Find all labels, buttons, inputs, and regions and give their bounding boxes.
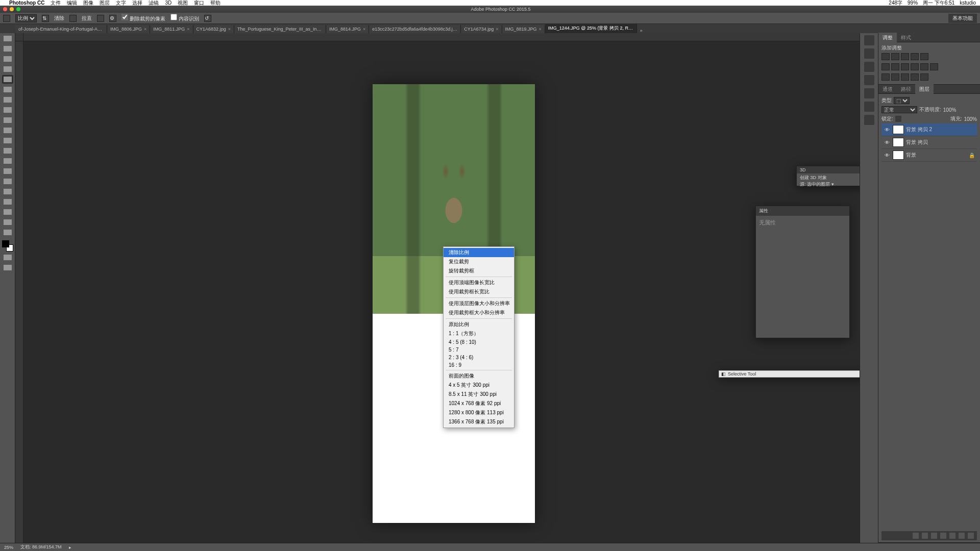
- layer-name[interactable]: 背景 拷贝: [906, 139, 928, 146]
- layer-name[interactable]: 背景 拷贝 2: [906, 126, 932, 133]
- crop-tool[interactable]: [2, 75, 13, 84]
- colorbalance-icon[interactable]: [891, 63, 899, 70]
- visibility-icon[interactable]: 👁: [884, 127, 891, 133]
- menu-view[interactable]: 视图: [178, 0, 188, 7]
- ctx-item[interactable]: 使用裁剪框大小和分辨率: [444, 308, 514, 317]
- panel-3d[interactable]: 3D 创建 3D 对象 源: 选中的图层 ▾: [796, 166, 860, 186]
- doc-tab[interactable]: CY1A6832.jpg×: [193, 25, 234, 33]
- close-icon[interactable]: ×: [539, 27, 542, 32]
- close-icon[interactable]: ×: [144, 27, 146, 32]
- straighten-icon[interactable]: [69, 15, 77, 22]
- ctx-item[interactable]: 8.5 x 11 英寸 300 ppi: [444, 390, 514, 399]
- chevron-right-icon[interactable]: ▸: [69, 545, 71, 550]
- ctx-item[interactable]: 旋转裁剪框: [444, 266, 514, 276]
- swatches-panel-icon[interactable]: [864, 88, 874, 98]
- ctx-item[interactable]: 1 : 1（方形）: [444, 329, 514, 338]
- hue-icon[interactable]: [881, 63, 890, 70]
- content-aware-checkbox[interactable]: 内容识别: [170, 14, 199, 22]
- layer-name[interactable]: 背景: [906, 152, 916, 159]
- menu-filter[interactable]: 滤镜: [149, 0, 159, 7]
- menu-help[interactable]: 帮助: [210, 0, 220, 7]
- ctx-item[interactable]: 2 : 3 (4 : 6): [444, 354, 514, 361]
- ctx-item[interactable]: 16 : 9: [444, 361, 514, 369]
- actions-panel-icon[interactable]: [864, 48, 874, 59]
- layer-thumb[interactable]: [893, 138, 904, 147]
- lasso-tool[interactable]: [2, 55, 13, 63]
- trash-icon[interactable]: [968, 533, 974, 539]
- move-tool[interactable]: [2, 34, 13, 43]
- layer-item[interactable]: 👁 背景 🔒: [881, 149, 977, 162]
- healing-brush-tool[interactable]: [2, 95, 13, 104]
- doc-tab[interactable]: IMG_8814.JPG×: [326, 25, 369, 33]
- workspace-switcher[interactable]: 基本功能: [948, 14, 977, 23]
- ctx-item[interactable]: 使用顶层图像大小和分辨率: [444, 299, 514, 308]
- doc-tab[interactable]: IMG_1244.JPG @ 25% (背景 拷贝 2, RGB/8*) *×: [545, 23, 637, 33]
- doc-tab[interactable]: IMG_8819.JPG×: [502, 25, 545, 33]
- marquee-tool[interactable]: [2, 44, 13, 53]
- brightness-icon[interactable]: [881, 53, 890, 60]
- character-panel-icon[interactable]: [864, 102, 874, 112]
- close-icon[interactable]: ×: [496, 27, 498, 32]
- menu-window[interactable]: 窗口: [194, 0, 204, 7]
- menu-type[interactable]: 文字: [116, 0, 126, 7]
- hand-tool[interactable]: [2, 218, 13, 227]
- menu-select[interactable]: 选择: [132, 0, 142, 7]
- path-select-tool[interactable]: [2, 197, 13, 206]
- ctx-item[interactable]: 1280 x 800 像素 113 ppi: [444, 408, 514, 417]
- layer-item[interactable]: 👁 背景 拷贝 2: [881, 123, 977, 136]
- history-brush-tool[interactable]: [2, 126, 13, 135]
- history-panel-icon[interactable]: [864, 35, 874, 45]
- menu-edit[interactable]: 编辑: [67, 0, 77, 7]
- zoom-tool[interactable]: [2, 228, 13, 237]
- close-icon[interactable]: [3, 7, 7, 11]
- gear-icon[interactable]: ⚙: [109, 15, 116, 22]
- posterize-icon[interactable]: [891, 73, 899, 81]
- close-icon[interactable]: ×: [187, 27, 189, 32]
- opacity-value[interactable]: 100%: [943, 107, 957, 113]
- doc-info[interactable]: 文档: 86.9M/154.7M: [20, 544, 62, 550]
- reset-icon[interactable]: ↺: [204, 15, 211, 22]
- layer-item[interactable]: 👁 背景 拷贝: [881, 136, 977, 149]
- doc-tab[interactable]: IMG_8806.JPG×: [107, 25, 150, 33]
- photofilter-icon[interactable]: [911, 63, 919, 70]
- swap-dim-icon[interactable]: ⇅: [42, 15, 49, 22]
- channelmixer-icon[interactable]: [920, 63, 928, 70]
- fg-bg-colors[interactable]: [2, 240, 13, 252]
- info-panel-icon[interactable]: [864, 62, 874, 72]
- visibility-icon[interactable]: 👁: [884, 153, 891, 158]
- levels-icon[interactable]: [891, 53, 899, 60]
- ratio-preset-select[interactable]: 比例: [15, 14, 37, 22]
- ctx-item[interactable]: 原始比例: [444, 320, 514, 329]
- clone-stamp-tool[interactable]: [2, 116, 13, 124]
- blend-mode-select[interactable]: 正常: [881, 106, 917, 113]
- straighten-label[interactable]: 拉直: [82, 15, 92, 22]
- ctx-item[interactable]: 5 : 7: [444, 346, 514, 354]
- ctx-item[interactable]: 4 x 5 英寸 300 ppi: [444, 381, 514, 390]
- vibrance-icon[interactable]: [920, 53, 928, 60]
- tab-overflow-icon[interactable]: »: [637, 28, 646, 33]
- ctx-item[interactable]: 复位裁剪: [444, 257, 514, 266]
- type-tool[interactable]: [2, 187, 13, 196]
- zoom-value[interactable]: 25%: [4, 545, 13, 550]
- fill-value[interactable]: 100%: [964, 116, 977, 122]
- mask-icon[interactable]: [931, 533, 937, 539]
- screen-mode-icon[interactable]: [2, 263, 13, 272]
- magic-wand-tool[interactable]: [2, 65, 13, 73]
- lookup-icon[interactable]: [930, 63, 938, 70]
- panel-tab[interactable]: 3D: [800, 167, 806, 172]
- crop-tool-icon[interactable]: [3, 15, 10, 22]
- ruler-horizontal[interactable]: [23, 33, 860, 41]
- layer-thumb[interactable]: [893, 125, 904, 134]
- tab-styles[interactable]: 样式: [897, 33, 915, 43]
- shape-tool[interactable]: [2, 208, 13, 216]
- ctx-item[interactable]: 4 : 5 (8 : 10): [444, 338, 514, 346]
- selective-tool-bar[interactable]: ◧ Selective Tool — ×: [719, 370, 860, 378]
- panel-properties[interactable]: 属性 无属性: [755, 206, 850, 338]
- ctx-item[interactable]: 使用顶端图像长宽比: [444, 278, 514, 287]
- quick-mask-icon[interactable]: [2, 253, 13, 262]
- doc-tab[interactable]: CY1A6734.jpg×: [461, 25, 502, 33]
- doc-tab[interactable]: The_Portuguese_King_Peter_III_as_Infante…: [234, 25, 326, 33]
- color-panel-icon[interactable]: [864, 75, 874, 85]
- ctx-item[interactable]: 前面的图像: [444, 371, 514, 381]
- layer-thumb[interactable]: [893, 151, 904, 160]
